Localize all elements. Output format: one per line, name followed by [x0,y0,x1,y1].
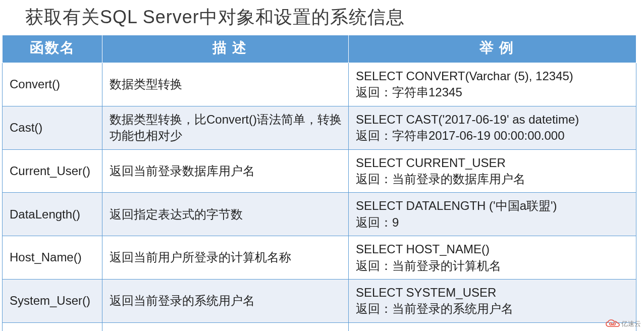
table-row: Convert() 数据类型转换 SELECT CONVERT(Varchar … [3,63,636,106]
cell-description: 返回当前登录的系统用户名 [102,279,349,322]
table-row: User_Name() 根据ID返回数据库用户名 SELECT USER_NAM… [3,322,636,331]
cell-description: 返回当前登录数据库用户名 [102,149,349,193]
cell-description: 数据类型转换，比Convert()语法简单，转换功能也相对少 [102,106,349,149]
cell-func-name: User_Name() [3,322,102,331]
table-row: DataLength() 返回指定表达式的字节数 SELECT DATALENG… [3,193,636,236]
cell-example: SELECT CAST('2017-06-19' as datetime) 返回… [349,106,636,149]
cell-description: 根据ID返回数据库用户名 [102,322,349,331]
header-example: 举 例 [349,35,636,63]
cell-example: SELECT HOST_NAME() 返回：当前登录的计算机名 [349,236,636,280]
table-row: Cast() 数据类型转换，比Convert()语法简单，转换功能也相对少 SE… [3,106,636,149]
table-row: Host_Name() 返回当前用户所登录的计算机名称 SELECT HOST_… [3,236,636,280]
brand-logo: 亿速云 [605,319,641,329]
cell-func-name: Current_User() [3,149,102,193]
cell-example: SELECT SYSTEM_USER 返回：当前登录的系统用户名 [349,279,636,322]
cell-description: 返回当前用户所登录的计算机名称 [102,236,349,280]
table-header-row: 函数名 描 述 举 例 [3,35,636,63]
table-row: System_User() 返回当前登录的系统用户名 SELECT SYSTEM… [3,279,636,322]
cell-func-name: System_User() [3,279,102,322]
header-function-name: 函数名 [3,35,102,63]
cell-func-name: Convert() [3,63,102,106]
cloud-icon [605,319,620,329]
slide-title: 获取有关SQL Server中对象和设置的系统信息 [0,0,644,35]
cell-example: SELECT USER_NAME(1) 返回：从任意数据库中返回“dbo” [349,322,636,331]
cell-description: 数据类型转换 [102,63,349,106]
cell-example: SELECT DATALENGTH ('中国a联盟') 返回：9 [349,193,636,236]
brand-name: 亿速云 [621,319,641,328]
cell-example: SELECT CURRENT_USER 返回：当前登录的数据库用户名 [349,149,636,193]
table-row: Current_User() 返回当前登录数据库用户名 SELECT CURRE… [3,149,636,193]
cell-func-name: Cast() [3,106,102,149]
cell-func-name: DataLength() [3,193,102,236]
cell-example: SELECT CONVERT(Varchar (5), 12345) 返回：字符… [349,63,636,106]
cell-description: 返回指定表达式的字节数 [102,193,349,236]
cell-func-name: Host_Name() [3,236,102,280]
function-table: 函数名 描 述 举 例 Convert() 数据类型转换 SELECT CONV… [2,35,636,331]
header-description: 描 述 [102,35,349,63]
